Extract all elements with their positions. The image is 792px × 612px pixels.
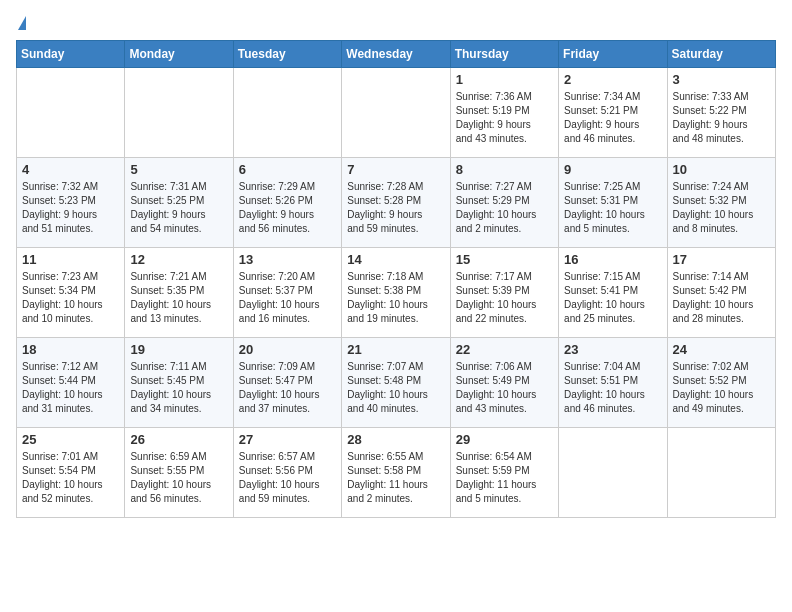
calendar-cell bbox=[233, 68, 341, 158]
day-info: Sunrise: 7:06 AMSunset: 5:49 PMDaylight:… bbox=[456, 360, 553, 416]
calendar-cell: 24Sunrise: 7:02 AMSunset: 5:52 PMDayligh… bbox=[667, 338, 775, 428]
day-number: 24 bbox=[673, 342, 770, 357]
day-info: Sunrise: 7:20 AMSunset: 5:37 PMDaylight:… bbox=[239, 270, 336, 326]
calendar-cell: 13Sunrise: 7:20 AMSunset: 5:37 PMDayligh… bbox=[233, 248, 341, 338]
calendar-cell: 10Sunrise: 7:24 AMSunset: 5:32 PMDayligh… bbox=[667, 158, 775, 248]
calendar-cell: 2Sunrise: 7:34 AMSunset: 5:21 PMDaylight… bbox=[559, 68, 667, 158]
day-info: Sunrise: 6:57 AMSunset: 5:56 PMDaylight:… bbox=[239, 450, 336, 506]
day-number: 4 bbox=[22, 162, 119, 177]
day-info: Sunrise: 7:32 AMSunset: 5:23 PMDaylight:… bbox=[22, 180, 119, 236]
calendar-table: SundayMondayTuesdayWednesdayThursdayFrid… bbox=[16, 40, 776, 518]
calendar-week-1: 1Sunrise: 7:36 AMSunset: 5:19 PMDaylight… bbox=[17, 68, 776, 158]
day-number: 29 bbox=[456, 432, 553, 447]
calendar-cell: 9Sunrise: 7:25 AMSunset: 5:31 PMDaylight… bbox=[559, 158, 667, 248]
calendar-cell: 7Sunrise: 7:28 AMSunset: 5:28 PMDaylight… bbox=[342, 158, 450, 248]
calendar-cell: 22Sunrise: 7:06 AMSunset: 5:49 PMDayligh… bbox=[450, 338, 558, 428]
day-number: 15 bbox=[456, 252, 553, 267]
day-info: Sunrise: 7:28 AMSunset: 5:28 PMDaylight:… bbox=[347, 180, 444, 236]
page-header bbox=[16, 16, 776, 30]
day-number: 16 bbox=[564, 252, 661, 267]
calendar-cell: 21Sunrise: 7:07 AMSunset: 5:48 PMDayligh… bbox=[342, 338, 450, 428]
day-number: 9 bbox=[564, 162, 661, 177]
calendar-header-thursday: Thursday bbox=[450, 41, 558, 68]
calendar-cell: 14Sunrise: 7:18 AMSunset: 5:38 PMDayligh… bbox=[342, 248, 450, 338]
day-number: 13 bbox=[239, 252, 336, 267]
day-info: Sunrise: 7:15 AMSunset: 5:41 PMDaylight:… bbox=[564, 270, 661, 326]
day-number: 2 bbox=[564, 72, 661, 87]
day-info: Sunrise: 7:25 AMSunset: 5:31 PMDaylight:… bbox=[564, 180, 661, 236]
day-info: Sunrise: 7:01 AMSunset: 5:54 PMDaylight:… bbox=[22, 450, 119, 506]
day-info: Sunrise: 7:29 AMSunset: 5:26 PMDaylight:… bbox=[239, 180, 336, 236]
day-number: 3 bbox=[673, 72, 770, 87]
day-number: 7 bbox=[347, 162, 444, 177]
day-info: Sunrise: 7:34 AMSunset: 5:21 PMDaylight:… bbox=[564, 90, 661, 146]
day-number: 1 bbox=[456, 72, 553, 87]
calendar-cell: 6Sunrise: 7:29 AMSunset: 5:26 PMDaylight… bbox=[233, 158, 341, 248]
day-info: Sunrise: 6:55 AMSunset: 5:58 PMDaylight:… bbox=[347, 450, 444, 506]
calendar-week-2: 4Sunrise: 7:32 AMSunset: 5:23 PMDaylight… bbox=[17, 158, 776, 248]
calendar-cell: 20Sunrise: 7:09 AMSunset: 5:47 PMDayligh… bbox=[233, 338, 341, 428]
day-number: 10 bbox=[673, 162, 770, 177]
calendar-cell bbox=[17, 68, 125, 158]
calendar-cell: 28Sunrise: 6:55 AMSunset: 5:58 PMDayligh… bbox=[342, 428, 450, 518]
day-number: 19 bbox=[130, 342, 227, 357]
calendar-week-5: 25Sunrise: 7:01 AMSunset: 5:54 PMDayligh… bbox=[17, 428, 776, 518]
calendar-header-sunday: Sunday bbox=[17, 41, 125, 68]
day-number: 12 bbox=[130, 252, 227, 267]
day-info: Sunrise: 7:02 AMSunset: 5:52 PMDaylight:… bbox=[673, 360, 770, 416]
calendar-header-monday: Monday bbox=[125, 41, 233, 68]
day-info: Sunrise: 7:11 AMSunset: 5:45 PMDaylight:… bbox=[130, 360, 227, 416]
day-info: Sunrise: 6:54 AMSunset: 5:59 PMDaylight:… bbox=[456, 450, 553, 506]
day-number: 25 bbox=[22, 432, 119, 447]
calendar-cell: 5Sunrise: 7:31 AMSunset: 5:25 PMDaylight… bbox=[125, 158, 233, 248]
day-info: Sunrise: 7:17 AMSunset: 5:39 PMDaylight:… bbox=[456, 270, 553, 326]
day-number: 22 bbox=[456, 342, 553, 357]
calendar-cell: 4Sunrise: 7:32 AMSunset: 5:23 PMDaylight… bbox=[17, 158, 125, 248]
logo bbox=[16, 16, 26, 30]
calendar-header-saturday: Saturday bbox=[667, 41, 775, 68]
day-info: Sunrise: 7:27 AMSunset: 5:29 PMDaylight:… bbox=[456, 180, 553, 236]
day-info: Sunrise: 7:31 AMSunset: 5:25 PMDaylight:… bbox=[130, 180, 227, 236]
day-number: 20 bbox=[239, 342, 336, 357]
calendar-cell: 3Sunrise: 7:33 AMSunset: 5:22 PMDaylight… bbox=[667, 68, 775, 158]
logo-triangle-icon bbox=[18, 16, 26, 30]
calendar-cell: 17Sunrise: 7:14 AMSunset: 5:42 PMDayligh… bbox=[667, 248, 775, 338]
calendar-cell: 15Sunrise: 7:17 AMSunset: 5:39 PMDayligh… bbox=[450, 248, 558, 338]
day-number: 17 bbox=[673, 252, 770, 267]
calendar-cell: 12Sunrise: 7:21 AMSunset: 5:35 PMDayligh… bbox=[125, 248, 233, 338]
calendar-header-row: SundayMondayTuesdayWednesdayThursdayFrid… bbox=[17, 41, 776, 68]
day-number: 6 bbox=[239, 162, 336, 177]
day-number: 8 bbox=[456, 162, 553, 177]
calendar-cell: 29Sunrise: 6:54 AMSunset: 5:59 PMDayligh… bbox=[450, 428, 558, 518]
calendar-header-wednesday: Wednesday bbox=[342, 41, 450, 68]
day-info: Sunrise: 7:09 AMSunset: 5:47 PMDaylight:… bbox=[239, 360, 336, 416]
day-info: Sunrise: 7:33 AMSunset: 5:22 PMDaylight:… bbox=[673, 90, 770, 146]
calendar-cell: 26Sunrise: 6:59 AMSunset: 5:55 PMDayligh… bbox=[125, 428, 233, 518]
day-number: 28 bbox=[347, 432, 444, 447]
day-info: Sunrise: 7:36 AMSunset: 5:19 PMDaylight:… bbox=[456, 90, 553, 146]
day-number: 5 bbox=[130, 162, 227, 177]
calendar-cell: 19Sunrise: 7:11 AMSunset: 5:45 PMDayligh… bbox=[125, 338, 233, 428]
calendar-cell: 8Sunrise: 7:27 AMSunset: 5:29 PMDaylight… bbox=[450, 158, 558, 248]
day-info: Sunrise: 7:18 AMSunset: 5:38 PMDaylight:… bbox=[347, 270, 444, 326]
day-info: Sunrise: 7:23 AMSunset: 5:34 PMDaylight:… bbox=[22, 270, 119, 326]
day-number: 21 bbox=[347, 342, 444, 357]
day-info: Sunrise: 7:14 AMSunset: 5:42 PMDaylight:… bbox=[673, 270, 770, 326]
calendar-header-tuesday: Tuesday bbox=[233, 41, 341, 68]
day-info: Sunrise: 7:07 AMSunset: 5:48 PMDaylight:… bbox=[347, 360, 444, 416]
calendar-cell bbox=[559, 428, 667, 518]
calendar-cell: 18Sunrise: 7:12 AMSunset: 5:44 PMDayligh… bbox=[17, 338, 125, 428]
calendar-cell bbox=[667, 428, 775, 518]
calendar-week-4: 18Sunrise: 7:12 AMSunset: 5:44 PMDayligh… bbox=[17, 338, 776, 428]
calendar-cell: 23Sunrise: 7:04 AMSunset: 5:51 PMDayligh… bbox=[559, 338, 667, 428]
day-number: 26 bbox=[130, 432, 227, 447]
day-info: Sunrise: 6:59 AMSunset: 5:55 PMDaylight:… bbox=[130, 450, 227, 506]
calendar-cell bbox=[342, 68, 450, 158]
calendar-cell: 25Sunrise: 7:01 AMSunset: 5:54 PMDayligh… bbox=[17, 428, 125, 518]
calendar-cell: 11Sunrise: 7:23 AMSunset: 5:34 PMDayligh… bbox=[17, 248, 125, 338]
calendar-cell: 1Sunrise: 7:36 AMSunset: 5:19 PMDaylight… bbox=[450, 68, 558, 158]
day-number: 18 bbox=[22, 342, 119, 357]
calendar-cell: 16Sunrise: 7:15 AMSunset: 5:41 PMDayligh… bbox=[559, 248, 667, 338]
day-number: 27 bbox=[239, 432, 336, 447]
day-info: Sunrise: 7:12 AMSunset: 5:44 PMDaylight:… bbox=[22, 360, 119, 416]
